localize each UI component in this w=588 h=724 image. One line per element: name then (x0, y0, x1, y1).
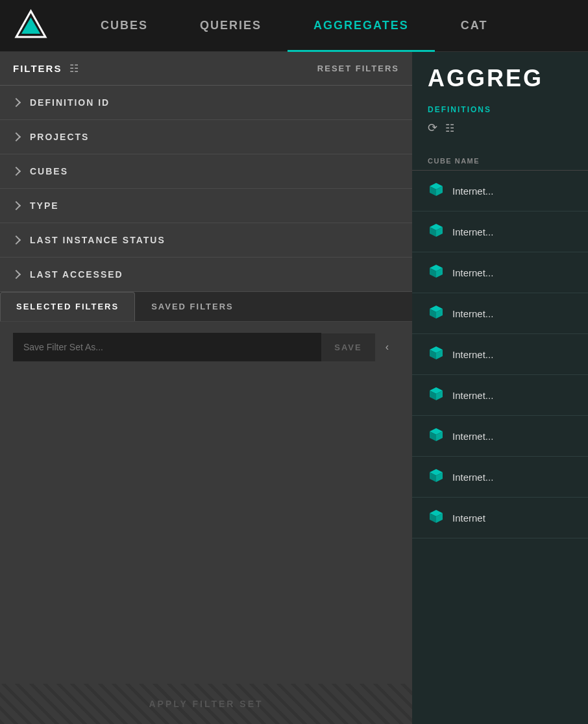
filter-body (0, 372, 412, 684)
aggregates-panel: AGGREG DEFINITIONS ⟳ ☷ CUBE NAME (412, 52, 588, 724)
aggregates-title: AGGREG (428, 65, 572, 92)
aggregate-row[interactable]: Internet... (412, 334, 588, 375)
refresh-icon[interactable]: ⟳ (428, 121, 437, 135)
chevron-right-icon (12, 167, 21, 176)
app-logo[interactable] (13, 8, 49, 43)
filters-panel: FILTERS ☷ RESET FILTERS DEFINITION ID PR… (0, 52, 412, 724)
chevron-right-icon (12, 98, 21, 107)
nav-item-queries[interactable]: QUERIES (174, 0, 288, 52)
filter-item-cubes[interactable]: CUBES (0, 154, 412, 189)
cube-name-text: Internet... (452, 349, 493, 360)
cube-name-text: Internet... (452, 226, 493, 237)
chevron-right-icon (12, 235, 21, 245)
cube-icon (428, 344, 445, 364)
filter-item-label: CUBES (30, 166, 68, 176)
chevron-right-icon (12, 132, 21, 141)
definitions-label: DEFINITIONS (428, 105, 572, 114)
filter-item-definition-id[interactable]: DEFINITION ID (0, 86, 412, 120)
aggregates-header: AGGREG (412, 52, 588, 99)
filter-list: DEFINITION ID PROJECTS CUBES TYPE LAST I… (0, 86, 412, 292)
aggregate-row[interactable]: Internet... (412, 375, 588, 416)
cube-icon (428, 263, 445, 282)
chevron-right-icon (12, 270, 21, 279)
cube-name-text: Internet (452, 513, 485, 524)
apply-filter-area: APPLY FILTER SET (0, 684, 412, 724)
cube-name-text: Internet... (452, 472, 493, 483)
filter-item-label: TYPE (30, 200, 59, 211)
filter-item-label: LAST ACCESSED (30, 269, 123, 280)
filters-list-icon[interactable]: ☷ (69, 62, 79, 75)
filters-title: FILTERS (13, 63, 62, 74)
main-layout: FILTERS ☷ RESET FILTERS DEFINITION ID PR… (0, 52, 588, 724)
filter-item-last-accessed[interactable]: LAST ACCESSED (0, 258, 412, 292)
cube-name-text: Internet... (452, 308, 493, 319)
cube-name-text: Internet... (452, 186, 493, 197)
filter-item-label: DEFINITION ID (30, 97, 110, 108)
column-cube-name: CUBE NAME (428, 157, 480, 165)
reset-filters-button[interactable]: RESET FILTERS (317, 64, 399, 73)
filters-title-group: FILTERS ☷ (13, 62, 79, 75)
filter-item-label: LAST INSTANCE STATUS (30, 235, 165, 245)
cube-icon (428, 304, 445, 323)
chevron-right-icon (12, 201, 21, 210)
cube-icon (428, 222, 445, 241)
tab-saved-filters[interactable]: SAVED FILTERS (135, 292, 250, 321)
definitions-toolbar: ⟳ ☷ (428, 121, 572, 135)
filter-item-last-instance-status[interactable]: LAST INSTANCE STATUS (0, 223, 412, 258)
filter-item-type[interactable]: TYPE (0, 189, 412, 223)
cube-icon (428, 426, 445, 446)
save-filter-input[interactable] (13, 333, 321, 361)
cube-icon (428, 181, 445, 200)
aggregate-row[interactable]: Internet... (412, 416, 588, 457)
nav-item-aggregates[interactable]: AGGREGATES (288, 0, 435, 52)
nav-item-cat[interactable]: CAT (435, 0, 514, 52)
filter-tabs: SELECTED FILTERS SAVED FILTERS (0, 292, 412, 322)
save-button[interactable]: SAVE (321, 333, 374, 361)
aggregate-row[interactable]: Internet... (412, 171, 588, 211)
collapse-button[interactable]: ‹ (375, 332, 399, 362)
save-filter-area: SAVE ‹ (0, 322, 412, 372)
cube-name-text: Internet... (452, 267, 493, 278)
cube-icon (428, 467, 445, 487)
tab-selected-filters[interactable]: SELECTED FILTERS (0, 292, 135, 321)
filter-item-projects[interactable]: PROJECTS (0, 120, 412, 154)
aggregate-row[interactable]: Internet... (412, 211, 588, 252)
cube-icon (428, 385, 445, 405)
table-header: CUBE NAME (412, 152, 588, 171)
nav-item-cubes[interactable]: CUBES (75, 0, 174, 52)
filter-item-label: PROJECTS (30, 132, 89, 142)
definitions-section: DEFINITIONS ⟳ ☷ (412, 99, 588, 152)
definitions-list-icon[interactable]: ☷ (445, 122, 454, 134)
aggregate-row[interactable]: Internet... (412, 457, 588, 498)
svg-marker-1 (21, 18, 40, 34)
aggregate-row[interactable]: Internet (412, 498, 588, 538)
main-nav: CUBES QUERIES AGGREGATES CAT (75, 0, 575, 52)
app-header: CUBES QUERIES AGGREGATES CAT (0, 0, 588, 52)
filters-header: FILTERS ☷ RESET FILTERS (0, 52, 412, 86)
cube-icon (428, 508, 445, 527)
aggregate-list: Internet... Internet... (412, 171, 588, 724)
aggregate-row[interactable]: Internet... (412, 252, 588, 293)
aggregate-row[interactable]: Internet... (412, 293, 588, 334)
apply-filter-button[interactable]: APPLY FILTER SET (149, 699, 263, 709)
cube-name-text: Internet... (452, 390, 493, 401)
cube-name-text: Internet... (452, 431, 493, 442)
